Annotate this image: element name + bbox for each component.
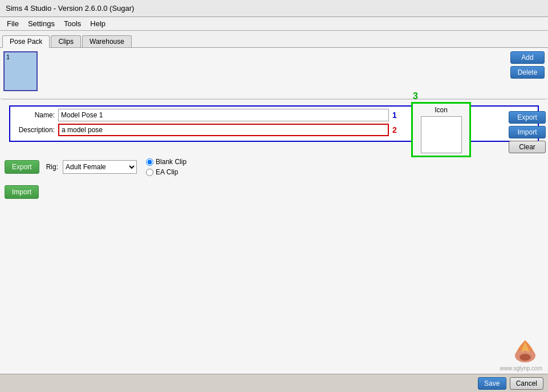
status-bar: Save Cancel	[0, 374, 548, 392]
clip-label-ea: EA Clip	[156, 168, 178, 176]
icon-clear-button[interactable]: Clear	[509, 141, 546, 153]
rig-select[interactable]: Adult Female Adult Male Child Toddler	[63, 160, 137, 174]
icon-section: 3 Icon	[411, 102, 471, 157]
app-window: Sims 4 Studio - Version 2.6.0.0 (Sugar) …	[0, 0, 548, 392]
radio-group: Blank Clip EA Clip	[146, 158, 186, 176]
clip-radio-ea[interactable]	[146, 169, 153, 176]
tab-clips[interactable]: Clips	[51, 35, 81, 47]
cancel-button[interactable]: Cancel	[510, 377, 543, 390]
add-button[interactable]: Add	[510, 51, 545, 64]
tab-warehouse[interactable]: Warehouse	[82, 35, 132, 47]
tab-pose-pack[interactable]: Pose Pack	[2, 35, 50, 48]
thumbnail-actions: Add Delete	[510, 51, 545, 79]
icon-number: 3	[413, 91, 418, 101]
menu-settings[interactable]: Settings	[23, 18, 59, 29]
menu-bar: File Settings Tools Help	[0, 17, 548, 31]
clip-option-blank[interactable]: Blank Clip	[146, 158, 186, 166]
badge-2: 2	[392, 125, 397, 134]
name-input[interactable]	[58, 109, 389, 121]
content-area: 1 Add Delete Name:	[0, 48, 548, 392]
title-bar: Sims 4 Studio - Version 2.6.0.0 (Sugar)	[0, 0, 548, 17]
main-form-area: Name: 1 Description: 2 3	[0, 100, 548, 148]
badge-1: 1	[392, 111, 397, 120]
menu-tools[interactable]: Tools	[59, 18, 86, 29]
tab-bar: Pose Pack Clips Warehouse	[0, 31, 548, 48]
thumbnail-item[interactable]: 1	[3, 51, 38, 91]
menu-help[interactable]: Help	[86, 18, 110, 29]
export-bottom-button[interactable]: Export	[5, 160, 39, 174]
clip-label-blank: Blank Clip	[156, 158, 186, 166]
watermark: www.sglynp.com	[500, 337, 542, 371]
bottom-section: Export Rig: Adult Female Adult Male Chil…	[0, 153, 548, 203]
save-button[interactable]: Save	[478, 377, 506, 390]
icon-preview	[421, 116, 462, 153]
delete-button[interactable]: Delete	[510, 66, 545, 79]
import-bottom-button[interactable]: Import	[5, 185, 39, 199]
name-label: Name:	[13, 111, 58, 119]
thumbnail-list: 1	[3, 51, 506, 91]
clip-radio-blank[interactable]	[146, 158, 153, 166]
clip-option-ea[interactable]: EA Clip	[146, 168, 186, 176]
svg-point-1	[519, 354, 531, 361]
thumbnail-number: 1	[6, 54, 10, 60]
thumbnail-panel: 1 Add Delete	[0, 48, 548, 99]
description-input[interactable]	[58, 124, 389, 136]
description-label: Description:	[13, 126, 58, 134]
title-text: Sims 4 Studio - Version 2.6.0.0 (Sugar)	[6, 4, 134, 13]
watermark-text: www.sglynp.com	[500, 365, 542, 371]
icon-label: Icon	[415, 106, 467, 114]
rig-label: Rig:	[46, 163, 58, 171]
icon-export-button[interactable]: Export	[509, 111, 546, 124]
menu-file[interactable]: File	[2, 18, 23, 29]
icon-controls: Export Import Clear	[509, 111, 546, 153]
watermark-logo	[508, 337, 542, 366]
icon-import-button[interactable]: Import	[509, 126, 546, 138]
inner-panel: 1 Add Delete Name:	[0, 48, 548, 392]
export-row: Export Rig: Adult Female Adult Male Chil…	[5, 158, 543, 176]
